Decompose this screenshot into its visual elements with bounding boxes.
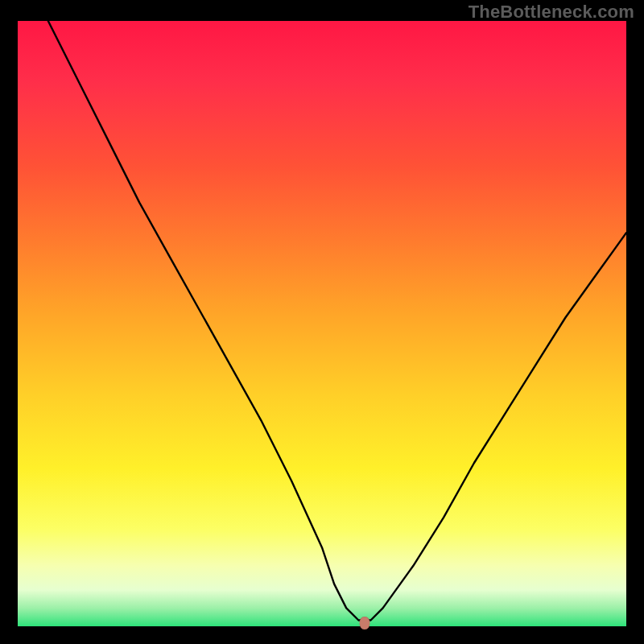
watermark-text: TheBottleneck.com (469, 2, 634, 23)
curve-svg (18, 21, 626, 626)
optimal-point-marker (359, 617, 369, 630)
bottleneck-curve (48, 21, 626, 621)
chart-frame: TheBottleneck.com (0, 0, 644, 644)
plot-area (18, 21, 626, 626)
